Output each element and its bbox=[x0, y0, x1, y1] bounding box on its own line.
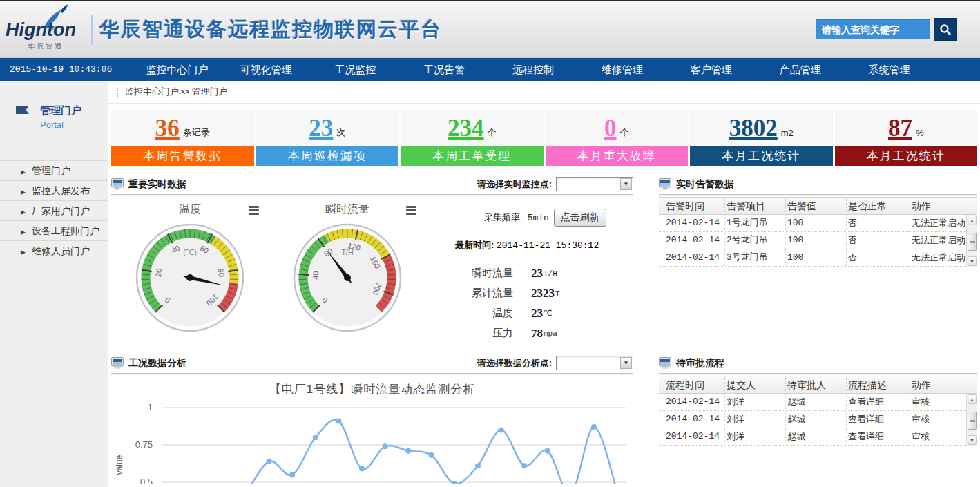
column-header: 动作 bbox=[910, 198, 977, 215]
table-scrollbar[interactable]: ▲▼ bbox=[966, 215, 977, 267]
table-cell: 3号龙门吊 bbox=[725, 249, 786, 266]
flow-gauge-block: 瞬时流量 04080120160200T/H bbox=[269, 198, 426, 352]
chart-context-menu-icon[interactable] bbox=[249, 204, 259, 216]
realtime-panel-title: 重要实时数据 bbox=[128, 178, 186, 191]
stat-unit: 条记录 bbox=[183, 126, 210, 139]
alarm-row-0[interactable]: 2014-02-141号龙门吊100否无法正常启动 bbox=[659, 215, 977, 232]
realtime-panel-header: 重要实时数据 请选择实时监控点: ▼ bbox=[111, 174, 633, 195]
table-scrollbar[interactable]: ▲▼ bbox=[966, 394, 977, 446]
nav-item-0[interactable]: 监控中心门户 bbox=[133, 58, 222, 81]
temperature-gauge-title: 温度 bbox=[179, 203, 201, 215]
stat-unit: 个 bbox=[620, 126, 629, 139]
alarm-row-2[interactable]: 2014-02-143号龙门吊100否无法正常启动 bbox=[659, 249, 977, 267]
monitor-icon bbox=[111, 357, 124, 369]
reading-label: 瞬时流量 bbox=[455, 267, 513, 280]
stat-value[interactable]: 36 bbox=[155, 116, 180, 140]
alarm-panel-header: 实时告警数据 bbox=[659, 174, 977, 195]
monitor-icon bbox=[659, 357, 671, 369]
scroll-up-icon[interactable]: ▲ bbox=[968, 216, 977, 225]
sidebar-item-3[interactable]: ▶设备工程师门户 bbox=[0, 220, 108, 240]
approval-row-2[interactable]: 2014-02-14刘洋赵城查看详细审核 bbox=[659, 428, 977, 446]
column-header: 流程时间 bbox=[664, 376, 725, 394]
alarm-panel: 实时告警数据 告警时间告警项目告警值是否正常动作2014-02-141号龙门吊1… bbox=[659, 174, 977, 353]
reading-label: 温度 bbox=[455, 307, 513, 320]
table-cell: 赵城 bbox=[786, 411, 847, 428]
scroll-thumb[interactable] bbox=[968, 233, 977, 251]
scroll-track[interactable] bbox=[967, 405, 977, 435]
sidebar-item-0[interactable]: ▶管理门户 bbox=[0, 160, 108, 180]
table-cell: 100 bbox=[786, 249, 847, 266]
svg-text:value: value bbox=[115, 455, 124, 475]
column-header: 流程描述 bbox=[847, 376, 910, 394]
scroll-thumb[interactable] bbox=[968, 412, 977, 430]
chevron-down-icon[interactable]: ▼ bbox=[620, 357, 632, 369]
table-body: 2014-02-141号龙门吊100否无法正常启动2014-02-142号龙门吊… bbox=[659, 215, 977, 267]
nav-item-6[interactable]: 客户管理 bbox=[666, 58, 756, 81]
reading-row-2: 温度23℃ bbox=[455, 303, 602, 323]
nav-item-8[interactable]: 系统管理 bbox=[845, 58, 934, 81]
refresh-button[interactable]: 点击刷新 bbox=[554, 209, 606, 227]
reading-row-0: 瞬时流量23T/H bbox=[455, 263, 602, 283]
stat-card-top: 87% bbox=[835, 110, 978, 146]
nav-item-1[interactable]: 可视化管理 bbox=[222, 58, 311, 81]
search-button[interactable] bbox=[934, 18, 957, 41]
monitor-icon bbox=[659, 178, 671, 190]
analysis-point-select[interactable]: ▼ bbox=[556, 356, 633, 370]
nav-item-5[interactable]: 维修管理 bbox=[577, 58, 666, 81]
sidebar-item-2[interactable]: ▶厂家用户门户 bbox=[0, 200, 108, 220]
page: Hignton 华辰智通 华辰智通设备远程监控物联网云平台 2015-10-19… bbox=[0, 0, 980, 487]
stat-value[interactable]: 87 bbox=[888, 116, 912, 140]
sidebar-item-1[interactable]: ▶监控大屏发布 bbox=[0, 180, 108, 200]
breadcrumb-icon bbox=[117, 88, 119, 97]
nav-item-3[interactable]: 工况告警 bbox=[400, 58, 489, 81]
sidebar-item-label: 设备工程师门户 bbox=[32, 225, 99, 236]
reading-unit: mpa bbox=[544, 330, 557, 338]
triangle-right-icon: ▶ bbox=[21, 189, 26, 195]
stat-value[interactable]: 0 bbox=[604, 116, 617, 140]
alarm-panel-title: 实时告警数据 bbox=[676, 178, 734, 191]
stat-unit: 个 bbox=[488, 126, 497, 139]
reading-value[interactable]: 23 bbox=[531, 307, 543, 321]
table-cell: 否 bbox=[847, 232, 910, 249]
reading-value[interactable]: 2323 bbox=[531, 287, 555, 300]
approval-row-1[interactable]: 2014-02-14刘洋赵城查看详细审核 bbox=[659, 411, 977, 428]
nav-item-4[interactable]: 远程控制 bbox=[489, 58, 578, 81]
scroll-up-icon[interactable]: ▲ bbox=[968, 394, 977, 404]
alarm-row-1[interactable]: 2014-02-142号龙门吊100否无法正常启动 bbox=[659, 232, 977, 249]
breadcrumb: 监控中心门户>> 管理门户 bbox=[108, 81, 980, 104]
reading-value[interactable]: 78 bbox=[531, 327, 543, 341]
table-cell: 赵城 bbox=[786, 428, 847, 445]
thumb-grip bbox=[970, 241, 975, 242]
monitor-icon bbox=[111, 178, 124, 190]
brand-logo[interactable]: Hignton 华辰智通 bbox=[0, 3, 90, 57]
stat-card-label: 本周告警数据 bbox=[111, 146, 254, 166]
stat-value[interactable]: 23 bbox=[309, 116, 333, 140]
table-cell: 赵城 bbox=[786, 394, 847, 410]
stat-unit: 次 bbox=[336, 126, 345, 139]
nav-item-7[interactable]: 产品管理 bbox=[756, 58, 845, 81]
stat-value[interactable]: 234 bbox=[448, 116, 484, 140]
analysis-panel-header: 工况数据分析 请选择数据分析点: ▼ bbox=[111, 353, 633, 374]
chevron-down-icon[interactable]: ▼ bbox=[620, 178, 632, 190]
analysis-point-label: 请选择数据分析点: bbox=[477, 357, 552, 370]
stat-value[interactable]: 3802 bbox=[729, 116, 778, 140]
reading-row-3: 压力78mpa bbox=[455, 323, 602, 343]
reading-value[interactable]: 23 bbox=[531, 267, 543, 280]
chart-context-menu-icon[interactable] bbox=[406, 204, 416, 216]
scroll-down-icon[interactable]: ▼ bbox=[968, 435, 977, 445]
reading-unit: ℃ bbox=[544, 309, 552, 318]
stat-card-top: 0个 bbox=[546, 110, 689, 146]
main-content: 监控中心门户>> 管理门户 36条记录本周告警数据23次本周巡检漏项234个本周… bbox=[108, 81, 980, 487]
approval-row-0[interactable]: 2014-02-14刘洋赵城查看详细审核 bbox=[659, 394, 977, 411]
table-cell: 否 bbox=[847, 215, 910, 231]
portal-subtitle: Portal bbox=[40, 120, 81, 130]
scroll-down-icon[interactable]: ▼ bbox=[968, 256, 977, 266]
scroll-track[interactable] bbox=[967, 226, 977, 256]
search-input[interactable] bbox=[816, 19, 930, 39]
sidebar-item-4[interactable]: ▶维修人员门户 bbox=[0, 240, 108, 260]
column-header: 告警值 bbox=[786, 198, 847, 215]
stats-row: 36条记录本周告警数据23次本周巡检漏项234个本周工单受理0个本月重大故障38… bbox=[111, 110, 977, 166]
monitor-point-select[interactable]: ▼ bbox=[556, 177, 633, 191]
nav-item-2[interactable]: 工况监控 bbox=[311, 58, 400, 81]
svg-text:【电厂1号线】瞬时流量动态监测分析: 【电厂1号线】瞬时流量动态监测分析 bbox=[269, 383, 475, 396]
